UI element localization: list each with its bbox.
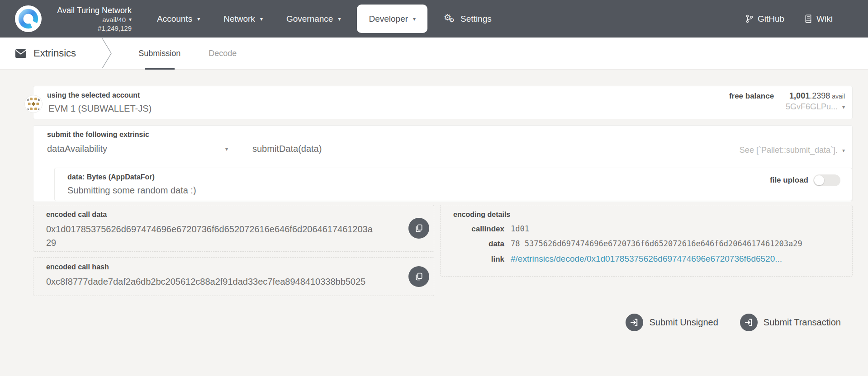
chevron-down-icon: ▾ xyxy=(197,16,200,22)
chevron-down-icon: ▾ xyxy=(413,16,416,22)
free-balance-value: 1,001.2398avail xyxy=(789,91,845,101)
tab-submission[interactable]: Submission xyxy=(138,38,180,70)
free-balance-label: free balance xyxy=(729,92,774,101)
menu-accounts[interactable]: Accounts ▾ xyxy=(145,0,212,38)
chevron-down-icon: ▾ xyxy=(225,146,228,152)
account-balance-block: free balance 1,001.2398avail 5GvF6GLPu..… xyxy=(729,91,845,112)
tab-decode[interactable]: Decode xyxy=(209,38,237,70)
menu-governance[interactable]: Governance ▾ xyxy=(275,0,353,38)
decode-link[interactable]: #/extrinsics/decode/0x1d01785375626d6974… xyxy=(511,254,782,264)
encoded-call-hash-box: encoded call hash 0xc8f8777dade7daf2a6db… xyxy=(33,257,434,296)
network-info: Avail Turing Network avail/40 ▾ #1,249,1… xyxy=(49,5,132,33)
wiki-link[interactable]: Wiki xyxy=(804,14,833,24)
envelope-icon xyxy=(15,49,27,58)
encoded-call-data-value: 0x1d01785375626d697474696e6720736f6d6520… xyxy=(46,222,375,249)
encoding-details-box: encoding details callindex 1d01 data 78 … xyxy=(440,205,853,277)
chevron-down-icon: ▾ xyxy=(129,17,132,22)
link-key: link xyxy=(441,255,504,264)
encoded-call-hash-value: 0xc8f8777dade7daf2a6db2bc205612c88a2f91d… xyxy=(46,275,422,288)
avail-logo-icon xyxy=(15,5,42,32)
menu-settings-label: Settings xyxy=(460,14,492,24)
free-balance-row: free balance 1,001.2398avail xyxy=(729,91,845,101)
menu-network-label: Network xyxy=(223,14,255,24)
encoded-call-hash-label: encoded call hash xyxy=(46,263,109,271)
chain-spec[interactable]: avail/40 ▾ xyxy=(102,15,132,24)
account-select[interactable]: EVM 1 (SUBWALLET-JS) xyxy=(48,103,152,114)
data-value: 78 5375626d697474696e6720736f6d652072616… xyxy=(511,239,802,248)
file-upload-control: file upload xyxy=(770,174,840,186)
encoded-call-data-label: encoded call data xyxy=(46,211,107,219)
book-icon xyxy=(804,14,812,24)
copy-icon xyxy=(414,224,423,233)
callindex-row: callindex 1d01 xyxy=(441,224,843,234)
copy-call-data-button[interactable] xyxy=(408,218,429,239)
callindex-key: callindex xyxy=(441,225,504,234)
github-label: GitHub xyxy=(758,14,784,24)
chevron-down-icon: ▾ xyxy=(842,104,845,110)
breadcrumb-chevron xyxy=(101,38,112,68)
chevron-down-icon[interactable]: ▾ xyxy=(842,148,845,153)
pallet-select[interactable]: dataAvailability ▾ xyxy=(47,144,228,154)
gears-icon: ⚙⚙ xyxy=(444,14,455,24)
submit-transaction-label: Submit Transaction xyxy=(764,317,841,328)
encoded-call-data-box: encoded call data 0x1d01785375626d697474… xyxy=(33,205,434,252)
account-section-label: using the selected account xyxy=(47,91,140,99)
menu-settings[interactable]: ⚙⚙ Settings xyxy=(432,0,503,38)
wiki-label: Wiki xyxy=(816,14,833,24)
tab-bar: Extrinsics Submission Decode xyxy=(0,38,868,70)
account-address-dropdown[interactable]: 5GvF6GLPu... ▾ xyxy=(786,102,845,112)
main-menu: Accounts ▾ Network ▾ Governance ▾ Develo… xyxy=(145,0,503,38)
menu-developer-label: Developer xyxy=(369,14,408,24)
chain-spec-label: avail/40 xyxy=(102,15,126,24)
code-branch-icon xyxy=(745,14,754,24)
copy-icon xyxy=(414,272,423,281)
data-param-input[interactable]: Submitting some random data :) xyxy=(67,185,196,196)
toggle-knob xyxy=(814,175,824,185)
menu-accounts-label: Accounts xyxy=(157,14,192,24)
balance-fraction: .2398 xyxy=(810,91,830,100)
extrinsic-section: submit the following extrinsic dataAvail… xyxy=(33,125,853,202)
menu-network[interactable]: Network ▾ xyxy=(212,0,275,38)
account-section: using the selected account EVM 1 (SUBWAL… xyxy=(33,86,853,119)
submit-unsigned-label: Submit Unsigned xyxy=(649,317,718,328)
menu-developer[interactable]: Developer ▾ xyxy=(357,5,427,33)
submit-transaction-button[interactable]: Submit Transaction xyxy=(740,314,841,331)
section-title: Extrinsics xyxy=(33,47,76,59)
callindex-value: 1d01 xyxy=(511,224,529,233)
file-upload-toggle[interactable] xyxy=(813,174,840,186)
method-doc: See [`Pallet::submit_data`]. ▾ xyxy=(740,146,845,155)
encoding-details-rows: callindex 1d01 data 78 5375626d697474696… xyxy=(441,224,843,269)
method-select[interactable]: submitData(data) xyxy=(252,144,322,154)
balance-integer: 1,001 xyxy=(789,91,810,100)
chevron-down-icon: ▾ xyxy=(260,16,263,22)
submit-actions: Submit Unsigned Submit Transaction xyxy=(626,314,841,331)
app-root: Avail Turing Network avail/40 ▾ #1,249,1… xyxy=(0,0,868,376)
tabs: Submission Decode xyxy=(138,38,237,70)
link-row: link #/extrinsics/decode/0x1d01785375626… xyxy=(441,254,843,264)
data-param-box: data: Bytes (AppDataFor) Submitting some… xyxy=(54,168,852,201)
balance-unit: avail xyxy=(832,93,845,100)
data-param-label: data: Bytes (AppDataFor) xyxy=(67,173,155,181)
tab-decode-label: Decode xyxy=(209,49,237,58)
network-selector[interactable]: Avail Turing Network avail/40 ▾ #1,249,1… xyxy=(0,5,132,33)
network-name: Avail Turing Network xyxy=(57,5,132,15)
section-head: Extrinsics xyxy=(15,47,76,59)
copy-call-hash-button[interactable] xyxy=(408,266,429,287)
account-identicon xyxy=(24,95,43,113)
sign-in-icon xyxy=(626,314,643,331)
data-row: data 78 5375626d697474696e6720736f6d6520… xyxy=(441,239,843,249)
sign-in-icon xyxy=(740,314,758,331)
encoding-details-label: encoding details xyxy=(453,211,510,219)
method-doc-text: See [`Pallet::submit_data`]. xyxy=(740,146,838,155)
external-links: GitHub Wiki xyxy=(745,14,868,24)
submit-unsigned-button[interactable]: Submit Unsigned xyxy=(626,314,718,331)
file-upload-label: file upload xyxy=(770,176,808,185)
block-number: #1,249,129 xyxy=(98,24,132,33)
github-link[interactable]: GitHub xyxy=(745,14,784,24)
menu-governance-label: Governance xyxy=(286,14,333,24)
extrinsic-section-label: submit the following extrinsic xyxy=(47,131,149,139)
pallet-select-value: dataAvailability xyxy=(47,144,107,154)
account-address: 5GvF6GLPu... xyxy=(786,102,838,112)
chevron-down-icon: ▾ xyxy=(338,16,341,22)
method-select-value: submitData(data) xyxy=(252,144,322,154)
